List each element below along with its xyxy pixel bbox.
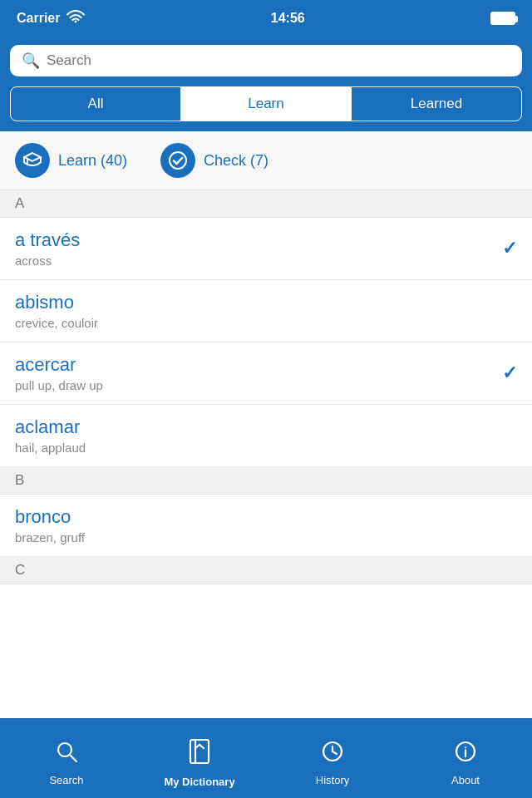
word-title: a través	[15, 229, 492, 251]
section-header-a: A	[0, 190, 532, 218]
checkmark-icon: ✓	[502, 362, 517, 384]
tab-search[interactable]: Search	[0, 732, 133, 786]
word-info: a través across	[15, 229, 492, 268]
tab-my-dictionary[interactable]: My Dictionary	[133, 730, 266, 788]
word-title: aclamar	[15, 416, 517, 438]
tab-segment-inner: All Learn Learned	[10, 86, 522, 121]
check-stat[interactable]: Check (7)	[160, 143, 268, 178]
check-icon-circle	[160, 143, 195, 178]
about-tab-label: About	[451, 774, 480, 786]
tab-learn[interactable]: Learn	[181, 87, 352, 121]
learn-stat[interactable]: Learn (40)	[15, 143, 127, 178]
word-info: bronco brazen, gruff	[15, 506, 517, 544]
list-item[interactable]: a través across ✓	[0, 218, 532, 280]
list-item[interactable]: acercar pull up, draw up ✓	[0, 342, 532, 405]
tab-learned[interactable]: Learned	[352, 87, 521, 121]
word-info: aclamar hail, applaud	[15, 416, 517, 455]
word-title: acercar	[15, 354, 492, 376]
time-label: 14:56	[271, 11, 305, 26]
checkmark-icon: ✓	[502, 238, 517, 259]
word-title: abismo	[15, 292, 517, 313]
svg-rect-3	[190, 740, 209, 763]
about-tab-icon	[454, 740, 477, 769]
word-translation: crevice, couloir	[15, 316, 517, 330]
status-bar: Carrier 14:56	[0, 0, 532, 37]
history-tab-icon	[321, 740, 344, 769]
search-tab-label: Search	[49, 774, 83, 786]
my-dictionary-tab-label: My Dictionary	[164, 776, 234, 788]
list-item[interactable]: aclamar hail, applaud	[0, 405, 532, 467]
section-header-b: B	[0, 467, 532, 495]
stats-row: Learn (40) Check (7)	[0, 131, 532, 190]
search-tab-icon	[55, 740, 78, 769]
word-translation: pull up, draw up	[15, 378, 492, 392]
search-input[interactable]	[47, 52, 510, 69]
word-title: bronco	[15, 506, 517, 528]
svg-line-2	[71, 755, 77, 761]
word-translation: hail, applaud	[15, 441, 517, 455]
svg-line-6	[332, 751, 337, 754]
tab-history[interactable]: History	[266, 732, 399, 786]
battery-icon	[490, 12, 515, 25]
word-info: acercar pull up, draw up	[15, 354, 492, 392]
svg-point-9	[465, 746, 466, 748]
carrier-label: Carrier	[17, 11, 60, 26]
word-translation: brazen, gruff	[15, 530, 517, 544]
list-item[interactable]: bronco brazen, gruff	[0, 495, 532, 557]
carrier-wifi: Carrier	[17, 10, 85, 27]
search-area: 🔍	[0, 37, 532, 86]
section-header-c: C	[0, 557, 532, 584]
learn-icon-circle	[15, 143, 50, 178]
tab-about[interactable]: About	[399, 732, 532, 786]
search-bar[interactable]: 🔍	[10, 45, 522, 76]
list-item[interactable]: abismo crevice, couloir	[0, 280, 532, 342]
tab-segment: All Learn Learned	[0, 86, 532, 131]
check-stat-label: Check (7)	[204, 152, 268, 170]
word-translation: across	[15, 254, 492, 268]
my-dictionary-tab-icon	[188, 738, 211, 771]
search-glass-icon: 🔍	[22, 52, 40, 70]
history-tab-label: History	[316, 774, 349, 786]
word-info: abismo crevice, couloir	[15, 292, 517, 330]
wifi-icon	[66, 10, 85, 27]
learn-stat-label: Learn (40)	[58, 152, 127, 170]
tab-all[interactable]: All	[11, 87, 181, 121]
word-list: A a través across ✓ abismo crevice, coul…	[0, 190, 532, 584]
svg-point-0	[170, 152, 186, 169]
svg-point-1	[58, 743, 71, 756]
bottom-tab-bar: Search My Dictionary History	[0, 718, 532, 798]
